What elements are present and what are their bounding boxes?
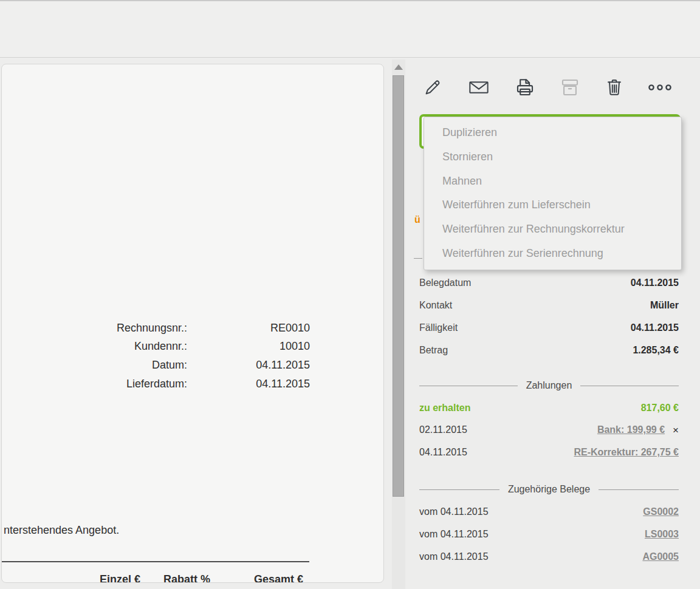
date-value: 04.11.2015 [187, 359, 310, 372]
send-mail-button[interactable] [468, 78, 490, 100]
invoice-meta-row: Rechnungsnr.: RE0010 [2, 319, 310, 338]
detail-value: 04.11.2015 [631, 322, 679, 333]
invoice-details-list: Belegdatum 04.11.2015 Kontakt Müller Fäl… [419, 271, 679, 361]
payment-summary-row: zu erhalten 817,60 € [419, 403, 679, 414]
column-rabatt: Rabatt % [148, 573, 210, 583]
more-actions-menu: Duplizieren Stornieren Mahnen Weiterführ… [424, 117, 682, 270]
detail-label: Belegdatum [419, 277, 471, 288]
action-toolbar [413, 78, 681, 101]
menu-item-duplizieren[interactable]: Duplizieren [424, 121, 681, 145]
amount-due-value: 817,60 € [641, 403, 679, 414]
customer-number-label: Kundennr.: [2, 340, 187, 353]
trash-icon [605, 78, 624, 100]
related-doc-date: vom 04.11.2015 [419, 529, 489, 540]
customer-number-value: 10010 [187, 340, 310, 353]
detail-row-kontakt: Kontakt Müller [419, 294, 679, 316]
print-button[interactable] [514, 78, 536, 100]
detail-row-faelligkeit: Fälligkeit 04.11.2015 [419, 316, 679, 339]
menu-item-mahnen[interactable]: Mahnen [424, 169, 681, 194]
archive-box-icon [560, 77, 580, 100]
detail-row-betrag: Betrag 1.285,34 € [419, 339, 679, 361]
detail-row-belegdatum: Belegdatum 04.11.2015 [419, 271, 679, 294]
table-top-rule [2, 561, 309, 562]
detail-value: 04.11.2015 [631, 277, 679, 288]
column-gesamt: Gesamt € [221, 573, 303, 583]
related-doc-link-gs0002[interactable]: GS0002 [643, 506, 679, 517]
invoice-meta-block: Rechnungsnr.: RE0010 Kundennr.: 10010 Da… [2, 319, 310, 393]
related-doc-row: vom 04.11.2015 LS0003 [419, 529, 679, 540]
remove-payment-icon[interactable]: × [673, 425, 679, 435]
invoice-number-label: Rechnungsnr.: [2, 322, 187, 335]
detail-value: 1.285,34 € [633, 345, 679, 356]
detail-label: Kontakt [419, 300, 452, 311]
related-doc-link-ag0005[interactable]: AG0005 [642, 551, 679, 562]
invoice-detail-view: Rechnungsnr.: RE0010 Kundennr.: 10010 Da… [0, 0, 700, 589]
related-docs-section-header: Zugehörige Belege [419, 484, 679, 495]
scrollbar-thumb[interactable] [393, 75, 404, 497]
archive-button[interactable] [559, 78, 581, 100]
delivery-date-value: 04.11.2015 [187, 378, 310, 390]
menu-item-weiterfuehren-serienrechnung[interactable]: Weiterführen zur Serienrechnung [424, 242, 681, 266]
payment-row: 02.11.2015 Bank: 199,99 € × [419, 424, 679, 435]
invoice-meta-row: Datum: 04.11.2015 [2, 356, 310, 375]
delete-button[interactable] [603, 78, 625, 100]
menu-item-weiterfuehren-rechnungskorrektur[interactable]: Weiterführen zur Rechnungskorrektur [424, 217, 681, 242]
scroll-up-arrow-icon[interactable] [394, 64, 403, 70]
edit-button[interactable] [422, 78, 444, 100]
column-einzel: Einzel € [2, 573, 140, 583]
detail-label: Fälligkeit [419, 322, 458, 333]
detail-value: Müller [650, 300, 679, 311]
printer-icon [515, 77, 535, 100]
divider-line [419, 489, 499, 490]
envelope-icon [468, 78, 490, 100]
document-intro-text: nterstehendes Angebot. [4, 524, 119, 537]
related-doc-row: vom 04.11.2015 AG0005 [419, 551, 679, 562]
vertical-scrollbar[interactable] [392, 60, 405, 589]
menu-item-stornieren[interactable]: Stornieren [424, 145, 681, 169]
invoice-meta-row: Lieferdatum: 04.11.2015 [2, 375, 310, 393]
hidden-section-divider [414, 258, 422, 259]
amount-due-label: zu erhalten [419, 403, 470, 414]
pencil-icon [423, 78, 442, 100]
payment-row: 04.11.2015 RE-Korrektur: 267,75 € [419, 447, 679, 458]
top-header-band [0, 1, 700, 58]
invoice-meta-row: Kundennr.: 10010 [2, 338, 310, 356]
menu-item-weiterfuehren-lieferschein[interactable]: Weiterführen zum Lieferschein [424, 193, 681, 217]
divider-line [580, 386, 679, 386]
related-doc-row: vom 04.11.2015 GS0002 [419, 506, 679, 517]
related-doc-date: vom 04.11.2015 [419, 551, 489, 562]
invoice-number-value: RE0010 [187, 322, 310, 335]
payment-link-re-korrektur[interactable]: RE-Korrektur: 267,75 € [574, 447, 679, 458]
overdue-status-text: ü [414, 214, 420, 225]
document-preview-panel: Rechnungsnr.: RE0010 Kundennr.: 10010 Da… [1, 64, 384, 583]
detail-label: Betrag [419, 345, 448, 356]
payment-date: 04.11.2015 [419, 447, 467, 458]
payment-date: 02.11.2015 [419, 424, 467, 435]
related-doc-date: vom 04.11.2015 [419, 506, 489, 517]
more-actions-button[interactable] [649, 78, 671, 100]
payment-link-bank[interactable]: Bank: 199,99 € [597, 424, 665, 435]
payments-section-title: Zahlungen [526, 380, 572, 391]
related-doc-link-ls0003[interactable]: LS0003 [645, 529, 679, 540]
delivery-date-label: Lieferdatum: [2, 378, 187, 390]
item-table-header: Einzel € Rabatt % Gesamt € [2, 573, 310, 583]
ellipsis-icon [647, 83, 673, 95]
related-docs-section-title: Zugehörige Belege [508, 484, 590, 495]
divider-line [419, 386, 518, 386]
divider-line [599, 489, 679, 490]
date-label: Datum: [2, 359, 187, 372]
payments-section-header: Zahlungen [419, 380, 679, 391]
